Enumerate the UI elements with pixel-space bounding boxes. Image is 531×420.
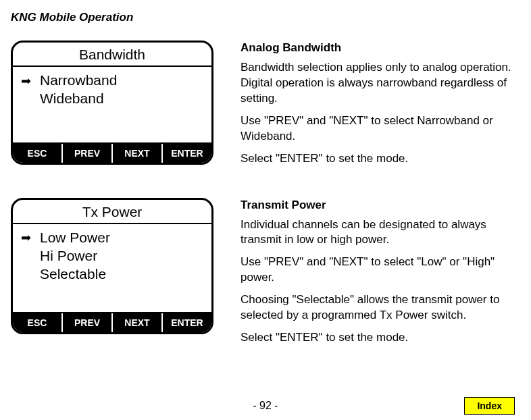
section-txpower: Tx Power ➡ Low Power Hi Power Selectable… <box>11 198 515 353</box>
esc-button[interactable]: ESC <box>13 313 63 332</box>
description-text: Individual channels can be designated to… <box>241 217 515 248</box>
enter-button[interactable]: ENTER <box>163 144 211 163</box>
menu-item-label: Wideband <box>40 89 104 107</box>
arrow-placeholder <box>21 273 40 275</box>
description-heading: Transmit Power <box>241 198 515 213</box>
arrow-right-icon: ➡ <box>21 230 40 244</box>
page-header: KNG Mobile Operation <box>11 11 515 24</box>
device-menu: ➡ Narrowband Wideband <box>13 67 211 142</box>
device-panel-bandwidth: Bandwidth ➡ Narrowband Wideband ESC PREV… <box>11 41 213 165</box>
description-text: Use "PREV" and "NEXT" to select Narrowba… <box>241 113 515 145</box>
description-text: Select "ENTER" to set the mode. <box>241 330 515 346</box>
menu-item-label: Hi Power <box>40 246 97 265</box>
next-button[interactable]: NEXT <box>113 144 163 163</box>
menu-item[interactable]: Wideband <box>21 89 203 107</box>
prev-button[interactable]: PREV <box>63 313 113 332</box>
menu-item-label: Narrowband <box>40 71 117 89</box>
index-button[interactable]: Index <box>464 397 515 415</box>
menu-item[interactable]: Hi Power <box>21 246 203 265</box>
menu-item[interactable]: ➡ Narrowband <box>21 71 203 89</box>
description-txpower: Transmit Power Individual channels can b… <box>241 198 515 353</box>
arrow-placeholder <box>21 98 40 99</box>
device-button-row: ESC PREV NEXT ENTER <box>13 312 211 332</box>
menu-item-label: Selectable <box>40 265 106 283</box>
device-title: Bandwidth <box>13 43 211 67</box>
arrow-placeholder <box>21 255 40 257</box>
description-text: Choosing "Selectable" allows the transmi… <box>241 292 515 323</box>
arrow-right-icon: ➡ <box>21 74 40 87</box>
menu-item[interactable]: ➡ Low Power <box>21 228 203 246</box>
page-number: - 92 - <box>0 400 531 412</box>
device-menu: ➡ Low Power Hi Power Selectable <box>13 224 211 312</box>
description-text: Select "ENTER" to set the mode. <box>241 151 515 167</box>
menu-item-label: Low Power <box>40 228 110 246</box>
enter-button[interactable]: ENTER <box>163 313 211 332</box>
prev-button[interactable]: PREV <box>63 144 113 163</box>
description-text: Use "PREV" and "NEXT" to select "Low" or… <box>241 255 515 286</box>
device-title: Tx Power <box>13 200 211 224</box>
esc-button[interactable]: ESC <box>13 144 63 163</box>
next-button[interactable]: NEXT <box>113 313 163 332</box>
description-heading: Analog Bandwidth <box>241 41 515 56</box>
description-bandwidth: Analog Bandwidth Bandwidth selection app… <box>241 41 515 174</box>
device-panel-txpower: Tx Power ➡ Low Power Hi Power Selectable… <box>11 198 213 334</box>
section-bandwidth: Bandwidth ➡ Narrowband Wideband ESC PREV… <box>11 41 515 174</box>
description-text: Bandwidth selection applies only to anal… <box>241 60 515 107</box>
menu-item[interactable]: Selectable <box>21 265 203 283</box>
device-button-row: ESC PREV NEXT ENTER <box>13 142 211 163</box>
